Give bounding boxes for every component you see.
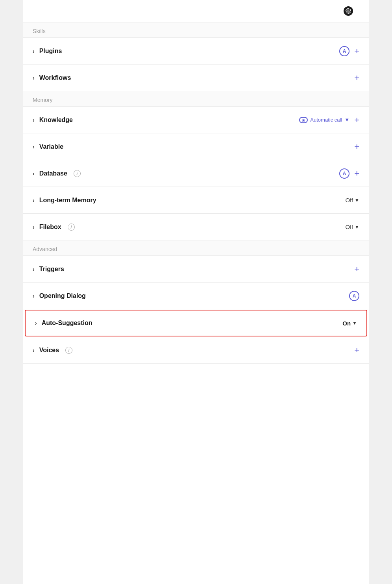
row-voices[interactable]: ›Voicesi+ (23, 337, 369, 364)
row-auto-suggestion[interactable]: ›Auto-SuggestionOn▼ (25, 310, 367, 336)
row-plugins[interactable]: ›PluginsA+ (23, 38, 369, 65)
chevron-right-icon: › (33, 170, 35, 177)
row-knowledge[interactable]: ›Knowledge▣Automatic call▼+ (23, 107, 369, 133)
chevron-right-icon: › (33, 347, 35, 353)
row-left-knowledge: ›Knowledge (33, 116, 73, 124)
plus-button-plugins[interactable]: + (354, 47, 359, 55)
row-right-triggers: + (354, 265, 359, 274)
status-label: On (342, 320, 351, 327)
chevron-right-icon: › (33, 117, 35, 123)
auto-call-badge[interactable]: ▣Automatic call▼ (299, 117, 349, 123)
row-left-plugins: ›Plugins (33, 48, 62, 55)
chevron-right-icon: › (33, 144, 35, 150)
chevron-right-icon: › (33, 293, 35, 299)
a-badge-icon: A (339, 168, 349, 179)
status-label: Off (345, 224, 353, 230)
auto-call-arrow: ▼ (344, 117, 349, 123)
row-title-variable: Variable (39, 143, 63, 150)
row-title-knowledge: Knowledge (39, 116, 73, 124)
plus-button-variable[interactable]: + (354, 142, 359, 151)
row-left-workflows: ›Workflows (33, 74, 71, 81)
row-left-triggers: ›Triggers (33, 266, 64, 273)
auto-call-label: Automatic call (310, 117, 342, 123)
row-filebox[interactable]: ›FileboxiOff▼ (23, 214, 369, 240)
row-title-filebox: Filebox (39, 224, 61, 231)
row-title-voices: Voices (39, 347, 59, 354)
row-left-opening-dialog: ›Opening Dialog (33, 292, 86, 299)
status-dropdown-arrow: ▼ (352, 320, 357, 326)
auto-call-icon: ▣ (299, 117, 308, 123)
row-title-triggers: Triggers (39, 266, 64, 273)
status-dropdown-long-term-memory[interactable]: Off▼ (345, 197, 359, 203)
chevron-right-icon: › (33, 224, 35, 230)
a-badge-icon: A (349, 291, 359, 301)
chevron-right-icon: › (33, 197, 35, 203)
chevron-right-icon: › (33, 48, 35, 54)
row-right-long-term-memory: Off▼ (345, 197, 359, 203)
row-right-filebox: Off▼ (345, 224, 359, 230)
row-right-database: A+ (339, 168, 359, 179)
category-advanced: Advanced (23, 240, 369, 256)
row-right-knowledge: ▣Automatic call▼+ (299, 116, 359, 124)
row-title-plugins: Plugins (39, 48, 62, 55)
row-variable[interactable]: ›Variable+ (23, 133, 369, 160)
row-title-database: Database (39, 170, 67, 177)
row-right-voices: + (354, 346, 359, 355)
row-title-auto-suggestion: Auto-Suggestion (42, 320, 92, 327)
row-right-workflows: + (354, 74, 359, 82)
model-selector[interactable] (344, 6, 359, 16)
model-header (23, 0, 369, 22)
category-skills: Skills (23, 22, 369, 38)
a-badge-icon: A (339, 46, 349, 56)
chevron-right-icon: › (33, 266, 35, 272)
row-right-auto-suggestion: On▼ (342, 320, 357, 327)
row-left-database: ›Databasei (33, 170, 81, 177)
row-left-filebox: ›Fileboxi (33, 224, 75, 231)
row-database[interactable]: ›DatabaseiA+ (23, 160, 369, 187)
status-dropdown-arrow: ▼ (355, 224, 359, 230)
status-label: Off (345, 197, 353, 203)
plus-button-database[interactable]: + (354, 169, 359, 178)
row-right-plugins: A+ (339, 46, 359, 56)
row-left-long-term-memory: ›Long-term Memory (33, 197, 96, 204)
row-workflows[interactable]: ›Workflows+ (23, 65, 369, 91)
row-left-auto-suggestion: ›Auto-Suggestion (35, 320, 92, 327)
plus-button-triggers[interactable]: + (354, 265, 359, 274)
row-left-voices: ›Voicesi (33, 347, 72, 354)
row-opening-dialog[interactable]: ›Opening DialogA (23, 283, 369, 309)
row-title-long-term-memory: Long-term Memory (39, 197, 96, 204)
rows-container: Skills›PluginsA+›Workflows+Memory›Knowle… (23, 22, 369, 364)
row-title-workflows: Workflows (39, 74, 71, 81)
main-panel: Skills›PluginsA+›Workflows+Memory›Knowle… (23, 0, 369, 584)
row-triggers[interactable]: ›Triggers+ (23, 256, 369, 283)
gpt-icon (344, 6, 353, 16)
chevron-right-icon: › (33, 75, 35, 81)
plus-button-knowledge[interactable]: + (354, 116, 359, 124)
status-dropdown-auto-suggestion[interactable]: On▼ (342, 320, 357, 327)
row-title-opening-dialog: Opening Dialog (39, 292, 86, 299)
plus-button-workflows[interactable]: + (354, 74, 359, 82)
info-icon[interactable]: i (74, 170, 81, 177)
plus-button-voices[interactable]: + (354, 346, 359, 355)
status-dropdown-filebox[interactable]: Off▼ (345, 224, 359, 230)
category-memory: Memory (23, 91, 369, 107)
row-long-term-memory[interactable]: ›Long-term MemoryOff▼ (23, 187, 369, 214)
row-left-variable: ›Variable (33, 143, 63, 150)
row-right-variable: + (354, 142, 359, 151)
status-dropdown-arrow: ▼ (355, 198, 359, 203)
info-icon[interactable]: i (68, 224, 75, 231)
info-icon[interactable]: i (65, 347, 72, 354)
row-right-opening-dialog: A (349, 291, 359, 301)
chevron-right-icon: › (35, 320, 37, 326)
